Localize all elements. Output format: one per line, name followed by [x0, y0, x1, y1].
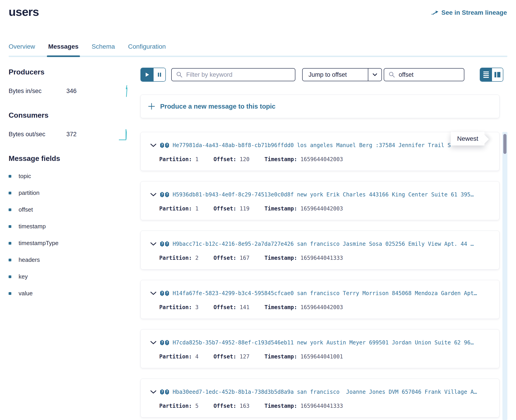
- bytes-out-label: Bytes out/sec: [9, 131, 66, 138]
- bytes-in-label: Bytes in/sec: [9, 88, 66, 95]
- message-row: ?? H7cda825b-35b7-4952-88ef-c193d546eb11…: [140, 329, 500, 368]
- bytes-in-value: 346: [66, 88, 77, 95]
- expand-chevron-icon[interactable]: [150, 390, 156, 394]
- partition-value: 4: [195, 353, 198, 360]
- question-shield-icon: ??: [160, 192, 169, 197]
- tab-overview[interactable]: Overview: [9, 43, 35, 57]
- offset-value: 163: [240, 403, 249, 409]
- square-bullet-icon: [9, 275, 11, 278]
- timestamp-value: 1659644041001: [300, 353, 343, 360]
- message-meta: Partition: 1 Offset: 119 Timestamp: 1659…: [159, 205, 491, 212]
- field-item-timestampType[interactable]: timestampType: [9, 240, 129, 247]
- question-shield-icon: ??: [160, 340, 169, 345]
- topic-messages-page: users See in Stream lineage Overview Mes…: [0, 0, 516, 420]
- field-item-timestamp[interactable]: timestamp: [9, 223, 129, 230]
- message-key[interactable]: He77981da-4a43-48ab-b8f8-cb71b96ffdd0 lo…: [173, 142, 491, 149]
- chevron-down-icon[interactable]: [368, 68, 381, 81]
- play-icon: [145, 72, 149, 77]
- search-icon: [176, 72, 183, 78]
- field-item-offset[interactable]: offset: [9, 206, 129, 213]
- field-item-value[interactable]: value: [9, 290, 129, 297]
- message-row: ?? H5936db81-b943-4e0f-8c29-74513e0c0d8f…: [140, 181, 500, 220]
- field-item-headers[interactable]: headers: [9, 256, 129, 263]
- partition-value: 2: [195, 255, 198, 261]
- list-view-icon: [483, 72, 489, 78]
- list-view-button[interactable]: [480, 68, 492, 81]
- question-shield-icon: ??: [160, 291, 169, 296]
- message-row: ?? Hba30eed7-1edc-452b-8b1a-738d3b5d8a9a…: [140, 379, 500, 418]
- bytes-out-metric: Bytes out/sec 372: [9, 128, 129, 141]
- question-shield-icon: ??: [160, 142, 169, 148]
- producers-heading: Producers: [9, 68, 129, 76]
- offset-search-field: [384, 68, 464, 81]
- sidebar: Producers Bytes in/sec 346 Consumers Byt…: [9, 68, 129, 307]
- newest-tooltip: Newest: [451, 132, 485, 145]
- message-key[interactable]: H5936db81-b943-4e0f-8c29-74513e0c0d8f ne…: [173, 191, 491, 198]
- tab-messages[interactable]: Messages: [48, 43, 79, 57]
- stream-lineage-arrow-icon: [431, 9, 439, 16]
- message-key[interactable]: H9bacc71c-b12c-4216-8e95-2a7da727e426 sa…: [173, 241, 491, 247]
- play-button[interactable]: [141, 68, 154, 81]
- expand-chevron-icon[interactable]: [150, 341, 156, 345]
- message-fields-heading: Message fields: [9, 154, 129, 163]
- square-bullet-icon: [9, 225, 11, 228]
- jump-to-offset-select[interactable]: Jump to offset: [302, 68, 382, 81]
- message-meta: Partition: 3 Offset: 141 Timestamp: 1659…: [159, 304, 491, 310]
- message-meta: Partition: 5 Offset: 163 Timestamp: 1659…: [159, 403, 491, 409]
- offset-value: 119: [240, 205, 249, 212]
- bytes-in-metric: Bytes in/sec 346: [9, 84, 129, 98]
- bytes-out-value: 372: [66, 131, 77, 138]
- produce-message-label: Produce a new message to this topic: [160, 103, 276, 110]
- question-shield-icon: ??: [160, 389, 169, 395]
- expand-chevron-icon[interactable]: [150, 291, 156, 295]
- message-meta: Partition: 2 Offset: 167 Timestamp: 1659…: [159, 255, 491, 261]
- timestamp-value: 1659644041333: [300, 255, 343, 261]
- message-row: ?? He77981da-4a43-48ab-b8f8-cb71b96ffdd0…: [140, 132, 500, 171]
- square-bullet-icon: [9, 242, 11, 245]
- keyword-filter-input[interactable]: [186, 71, 290, 79]
- jump-to-offset-value: Jump to offset: [303, 71, 368, 78]
- pause-button[interactable]: [154, 68, 165, 81]
- expand-chevron-icon[interactable]: [150, 242, 156, 246]
- column-view-button[interactable]: [492, 68, 503, 81]
- message-key[interactable]: H14fa67fe-5823-4299-b3c4-595845cfcae0 sa…: [173, 290, 491, 296]
- message-key[interactable]: Hba30eed7-1edc-452b-8b1a-738d3b5d8a9a sa…: [173, 389, 491, 395]
- message-key[interactable]: H7cda825b-35b7-4952-88ef-c193d546eb11 ne…: [173, 339, 491, 346]
- pause-icon: [157, 72, 162, 77]
- offset-value: 127: [240, 353, 249, 360]
- bytes-out-sparkline: [119, 128, 129, 141]
- field-item-partition[interactable]: partition: [9, 189, 129, 196]
- tab-configuration[interactable]: Configuration: [128, 43, 166, 57]
- timestamp-value: 1659644042003: [300, 156, 343, 163]
- square-bullet-icon: [9, 175, 11, 178]
- offset-value: 167: [240, 255, 249, 261]
- scrollbar-thumb[interactable]: [503, 134, 507, 154]
- expand-chevron-icon[interactable]: [150, 143, 156, 147]
- bytes-in-sparkline: [121, 84, 129, 98]
- message-row: ?? H9bacc71c-b12c-4216-8e95-2a7da727e426…: [140, 231, 500, 270]
- partition-value: 5: [195, 403, 198, 409]
- square-bullet-icon: [9, 259, 11, 261]
- search-icon: [389, 72, 395, 78]
- expand-chevron-icon[interactable]: [150, 193, 156, 197]
- field-item-topic[interactable]: topic: [9, 173, 129, 180]
- timestamp-value: 1659644042003: [300, 304, 343, 310]
- offset-value: 141: [240, 304, 249, 310]
- square-bullet-icon: [9, 208, 11, 211]
- produce-message-button[interactable]: Produce a new message to this topic: [140, 95, 500, 118]
- tab-schema[interactable]: Schema: [92, 43, 115, 57]
- message-meta: Partition: 1 Offset: 120 Timestamp: 1659…: [159, 156, 491, 163]
- timestamp-value: 1659644042003: [300, 205, 343, 212]
- see-in-stream-lineage-link[interactable]: See in Stream lineage: [431, 9, 507, 16]
- page-title: users: [9, 5, 39, 19]
- field-item-key[interactable]: key: [9, 273, 129, 280]
- offset-search-input[interactable]: [398, 71, 479, 79]
- square-bullet-icon: [9, 292, 11, 295]
- question-shield-icon: ??: [160, 241, 169, 247]
- newest-tooltip-label: Newest: [457, 135, 478, 142]
- consumers-heading: Consumers: [9, 111, 129, 120]
- messages-toolbar: Jump to offset: [140, 68, 503, 82]
- partition-value: 1: [195, 205, 198, 212]
- message-list-scrollbar[interactable]: [502, 132, 507, 420]
- play-pause-toggle: [140, 68, 166, 82]
